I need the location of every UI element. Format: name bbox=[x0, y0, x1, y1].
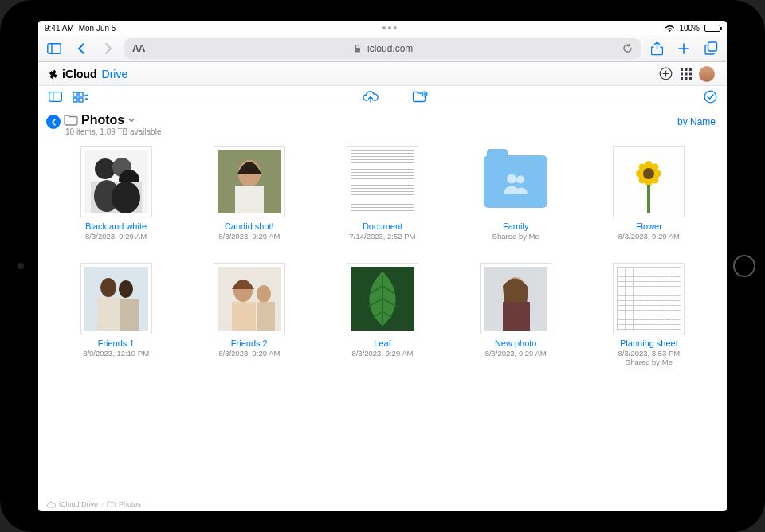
svg-rect-52 bbox=[97, 297, 121, 331]
file-meta: 8/3/2023, 3:53 PM bbox=[618, 349, 681, 358]
file-meta: 8/3/2023, 9:29 AM bbox=[485, 349, 547, 358]
tabs-icon[interactable] bbox=[700, 37, 722, 60]
svg-point-47 bbox=[643, 168, 654, 179]
svg-rect-17 bbox=[689, 77, 692, 80]
folder-small-icon bbox=[107, 501, 116, 507]
file-tile[interactable]: New photo8/3/2023, 9:29 AM bbox=[453, 263, 579, 366]
file-tile[interactable]: Black and white8/3/2023, 9:29 AM bbox=[53, 146, 179, 241]
svg-rect-16 bbox=[685, 77, 688, 80]
wifi-icon bbox=[665, 25, 674, 32]
file-name: Family bbox=[503, 221, 528, 231]
forward-button bbox=[97, 37, 120, 60]
screen: 9:41 AM Mon Jun 5 ••• 100% bbox=[38, 21, 727, 511]
chevron-down-icon[interactable] bbox=[128, 117, 135, 123]
file-name: New photo bbox=[495, 338, 537, 348]
add-icon[interactable] bbox=[655, 64, 676, 84]
file-name: Document bbox=[363, 221, 402, 231]
sidebar-toggle-icon[interactable] bbox=[43, 37, 65, 60]
svg-rect-15 bbox=[681, 77, 683, 80]
panel-toggle-icon[interactable] bbox=[46, 88, 64, 106]
breadcrumb-leaf[interactable]: Photos bbox=[119, 500, 141, 508]
svg-rect-22 bbox=[73, 98, 77, 102]
drive-toolbar bbox=[38, 86, 727, 108]
file-tile[interactable]: Candid shot!8/3/2023, 9:29 AM bbox=[186, 146, 312, 241]
svg-point-50 bbox=[100, 278, 116, 297]
svg-rect-2 bbox=[355, 48, 360, 53]
file-grid: Black and white8/3/2023, 9:29 AMCandid s… bbox=[53, 146, 712, 366]
svg-rect-39 bbox=[235, 186, 264, 213]
back-chevron-icon[interactable] bbox=[46, 115, 61, 129]
safari-toolbar: AA icloud.com bbox=[38, 35, 727, 62]
file-thumbnail bbox=[214, 146, 285, 217]
apps-grid-icon[interactable] bbox=[676, 64, 696, 84]
file-thumbnail bbox=[80, 146, 152, 217]
svg-rect-9 bbox=[681, 68, 683, 71]
svg-rect-58 bbox=[257, 302, 275, 331]
svg-rect-69 bbox=[503, 302, 530, 331]
file-tile[interactable]: Flower8/3/2023, 9:29 AM bbox=[586, 146, 712, 241]
svg-rect-12 bbox=[681, 72, 683, 75]
svg-point-30 bbox=[95, 158, 116, 179]
file-tile[interactable]: Leaf8/3/2023, 9:29 AM bbox=[319, 263, 445, 366]
svg-point-51 bbox=[119, 280, 133, 298]
battery-percent: 100% bbox=[679, 24, 700, 33]
file-tile[interactable]: Document7/14/2023, 2:52 PM bbox=[319, 146, 445, 241]
icloud-header: iCloudDrive bbox=[38, 62, 727, 86]
share-icon[interactable] bbox=[645, 37, 668, 60]
svg-rect-23 bbox=[79, 98, 83, 102]
file-meta: 7/14/2023, 2:52 PM bbox=[350, 232, 416, 241]
file-meta: 8/9/2023, 12:10 PM bbox=[83, 349, 149, 358]
svg-rect-21 bbox=[79, 92, 83, 96]
select-icon[interactable] bbox=[701, 88, 719, 106]
file-meta: 8/3/2023, 9:29 AM bbox=[351, 349, 413, 358]
svg-rect-0 bbox=[48, 43, 61, 53]
file-thumbnail bbox=[613, 146, 685, 217]
file-tile[interactable]: Friends 28/3/2023, 9:29 AM bbox=[186, 263, 312, 366]
icloud-brand[interactable]: iCloudDrive bbox=[48, 68, 128, 80]
camera-dot bbox=[18, 263, 24, 269]
folder-titlebar: Photos 10 items, 1.89 TB available by Na… bbox=[38, 108, 727, 138]
file-meta: 8/3/2023, 9:29 AM bbox=[218, 232, 280, 241]
svg-rect-20 bbox=[73, 92, 77, 96]
reload-icon[interactable] bbox=[622, 43, 633, 53]
file-tile[interactable]: Friends 18/9/2023, 12:10 PM bbox=[53, 263, 179, 366]
file-grid-wrap: Black and white8/3/2023, 9:29 AMCandid s… bbox=[38, 138, 727, 498]
sort-button[interactable]: by Name bbox=[677, 113, 716, 127]
file-name: Friends 2 bbox=[231, 338, 268, 348]
ipad-frame: 9:41 AM Mon Jun 5 ••• 100% bbox=[0, 0, 765, 532]
svg-rect-11 bbox=[689, 68, 692, 71]
svg-point-35 bbox=[112, 182, 140, 213]
file-tile[interactable]: Planning sheet8/3/2023, 3:53 PMShared by… bbox=[586, 263, 712, 366]
grabber-icon: ••• bbox=[116, 22, 665, 34]
file-tile[interactable]: FamilyShared by Me bbox=[453, 146, 579, 241]
file-meta2: Shared by Me bbox=[626, 358, 673, 366]
text-size-icon[interactable]: AA bbox=[132, 43, 144, 54]
svg-rect-56 bbox=[232, 302, 256, 331]
address-bar[interactable]: AA icloud.com bbox=[124, 38, 641, 59]
svg-point-41 bbox=[516, 175, 524, 183]
file-meta: 8/3/2023, 9:29 AM bbox=[85, 232, 147, 241]
file-meta: Shared by Me bbox=[492, 232, 539, 241]
home-button[interactable] bbox=[733, 255, 755, 277]
file-thumbnail bbox=[480, 146, 551, 217]
svg-rect-5 bbox=[708, 42, 716, 51]
file-thumbnail bbox=[347, 146, 418, 217]
svg-point-28 bbox=[704, 91, 716, 103]
upload-icon[interactable] bbox=[362, 88, 379, 106]
breadcrumb-root[interactable]: iCloud Drive bbox=[59, 500, 98, 508]
status-date: Mon Jun 5 bbox=[79, 24, 116, 33]
folder-icon bbox=[64, 115, 78, 126]
folder-title[interactable]: Photos bbox=[81, 113, 124, 127]
lock-icon bbox=[354, 44, 361, 53]
file-meta: 8/3/2023, 9:29 AM bbox=[218, 349, 280, 358]
view-toggle-icon[interactable] bbox=[72, 88, 89, 106]
new-folder-icon[interactable] bbox=[411, 88, 429, 106]
new-tab-icon[interactable] bbox=[673, 37, 695, 60]
file-name: Candid shot! bbox=[225, 221, 274, 231]
file-meta: 8/3/2023, 9:29 AM bbox=[618, 232, 680, 241]
battery-icon bbox=[704, 25, 720, 32]
back-button[interactable] bbox=[70, 37, 92, 60]
file-thumbnail bbox=[80, 263, 152, 334]
account-avatar[interactable] bbox=[696, 64, 717, 84]
svg-point-57 bbox=[257, 285, 271, 303]
